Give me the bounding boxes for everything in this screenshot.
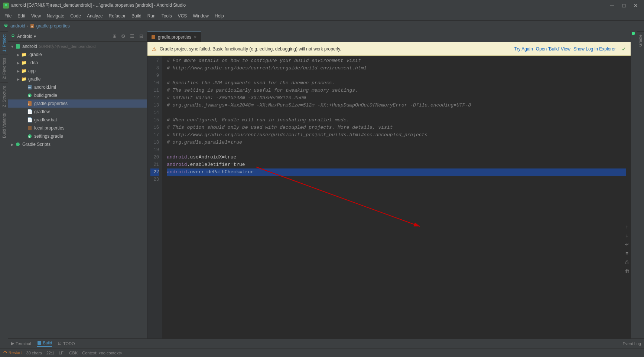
tab-favorites[interactable]: 2: Favorites: [0, 55, 8, 82]
tree-item-gradle-properties[interactable]: p gradle.properties: [8, 99, 147, 108]
svg-text:g: g: [31, 25, 33, 28]
tree-icon-gradle-folder: 📁: [21, 52, 27, 58]
svg-rect-11: [16, 44, 20, 49]
encoding[interactable]: GBK: [69, 351, 78, 355]
tab-project[interactable]: 1: Project: [0, 31, 8, 55]
warning-icon: ⚠: [152, 46, 157, 52]
tree-arrow-root: ▼: [10, 44, 15, 49]
svg-point-21: [16, 143, 20, 146]
tab-build-variants[interactable]: Build Variants: [0, 110, 8, 141]
todo-button[interactable]: ☑ TODO: [58, 341, 75, 346]
cursor-position[interactable]: 22:1: [46, 351, 54, 355]
event-log-label[interactable]: Event Log: [622, 341, 641, 346]
line-num-20: 20: [150, 154, 159, 161]
menu-navigate[interactable]: Navigate: [44, 13, 67, 19]
tree-item-gradle-scripts[interactable]: ▶ Gradle Scripts: [8, 140, 147, 148]
project-panel-header: Android ▾ ⊞ ⚙ ☰ ⊟: [8, 31, 147, 42]
breadcrumb-gradle-properties[interactable]: gradle.properties: [36, 23, 70, 29]
line-num-22: 22: [150, 168, 159, 176]
project-panel-title: Android ▾: [17, 34, 109, 39]
maximize-button[interactable]: □: [619, 2, 629, 9]
menu-help[interactable]: Help: [212, 13, 227, 19]
svg-text:iml: iml: [28, 86, 31, 89]
tab-structure[interactable]: Z: Structure: [0, 82, 8, 110]
menu-view[interactable]: View: [28, 13, 44, 19]
close-button[interactable]: ✕: [631, 2, 641, 9]
build-button[interactable]: Build: [37, 341, 52, 347]
menu-tools[interactable]: Tools: [159, 13, 175, 19]
statusbar: Restart 30 chars 22:1 LF: GBK Context: <…: [0, 348, 644, 357]
tree-item-gradle-dir[interactable]: ▶ 📁 .gradle: [8, 50, 147, 59]
menu-analyze[interactable]: Analyze: [84, 13, 106, 19]
line-ending[interactable]: LF:: [59, 351, 65, 355]
tree-label-gradle-properties: gradle.properties: [34, 101, 68, 106]
code-line-14: [167, 109, 626, 117]
tree-root[interactable]: ▼ android G:\RN练习\react_demo\android: [8, 42, 147, 50]
code-content[interactable]: # For more details on how to configure y…: [162, 56, 631, 348]
code-line-21: android.enableJetifier=true: [167, 161, 626, 168]
settings-icon[interactable]: ⚙: [120, 33, 127, 40]
tree-item-android-iml[interactable]: iml android.iml: [8, 83, 147, 91]
right-gutter: [631, 31, 636, 348]
line-num-23: 23: [150, 176, 159, 183]
tree-label-local-properties: local.properties: [34, 125, 64, 131]
line-num-19: 19: [150, 146, 159, 154]
right-gutter-indicator: [632, 32, 635, 35]
tree-icon-settings-gradle: g: [27, 133, 33, 139]
tree-label-gradlew: gradlew: [34, 109, 50, 114]
tab-gradle-properties[interactable]: gradle.properties ✕: [147, 32, 201, 42]
tree-icon-app: 📁: [21, 68, 27, 74]
tree-item-gradle-folder[interactable]: ▶ 📁 gradle: [8, 75, 147, 83]
menu-build[interactable]: Build: [129, 13, 144, 19]
menu-run[interactable]: Run: [144, 13, 159, 19]
line-num-12: 12: [150, 94, 159, 102]
window-title: android [G:\RN练习\react_demo\android] - .…: [11, 2, 607, 9]
tree-icon-idea: 📁: [21, 60, 27, 66]
tree-icon-gradle-properties: p: [27, 101, 33, 107]
svg-rect-22: [152, 35, 155, 39]
tree-label-idea: .idea: [28, 60, 38, 65]
show-log-link[interactable]: Show Log in Explorer: [573, 46, 616, 52]
bottom-right-tools: Event Log: [622, 341, 641, 346]
project-panel: Android ▾ ⊞ ⚙ ☰ ⊟ ▼ android G:\RN练习\reac…: [8, 31, 147, 348]
terminal-label: Terminal: [16, 341, 31, 346]
breadcrumb-android[interactable]: android: [10, 23, 25, 29]
open-build-view-link[interactable]: Open 'Build' View: [536, 46, 570, 52]
try-again-link[interactable]: Try Again: [514, 46, 533, 52]
line-num-8: 8: [150, 65, 159, 72]
menu-window[interactable]: Window: [190, 13, 212, 19]
menu-refactor[interactable]: Refactor: [106, 13, 129, 19]
gear-icon[interactable]: ☰: [129, 33, 136, 40]
tree-icon-root: [15, 43, 21, 49]
menu-edit[interactable]: Edit: [14, 13, 28, 19]
minimize-button[interactable]: ─: [607, 2, 617, 9]
tree-item-app[interactable]: ▶ 📁 app: [8, 67, 147, 75]
expand-all-icon[interactable]: ⊞: [111, 33, 118, 40]
code-line-8: # http://www.gradle.org/docs/current/use…: [167, 65, 626, 72]
menu-file[interactable]: File: [1, 13, 14, 19]
tree-item-settings-gradle[interactable]: g settings.gradle: [8, 132, 147, 140]
left-side-tabs: 1: Project 2: Favorites Z: Structure Bui…: [0, 31, 8, 348]
code-editor[interactable]: 7 8 9 10 11 12 13 14 15 16 17 18 19 20 2…: [147, 56, 631, 348]
code-line-12: # Default value: -Xmx10248m -XX:MaxPermS…: [167, 94, 626, 102]
dismiss-icon[interactable]: ✓: [622, 46, 626, 52]
tree-item-local-properties[interactable]: local.properties: [8, 124, 147, 132]
tree-item-gradlew[interactable]: 📄 gradlew: [8, 108, 147, 116]
line-numbers: 7 8 9 10 11 12 13 14 15 16 17 18 19 20 2…: [147, 56, 162, 348]
code-line-9: [167, 72, 626, 79]
tree-item-idea[interactable]: ▶ 📁 .idea: [8, 59, 147, 67]
build-tab-label: Build: [43, 341, 52, 345]
tab-close-icon[interactable]: ✕: [193, 35, 197, 40]
menu-code[interactable]: Code: [67, 13, 84, 19]
restart-button[interactable]: Restart: [3, 350, 22, 355]
menu-vcs[interactable]: VCS: [175, 13, 190, 19]
terminal-button[interactable]: ▶ Terminal: [11, 341, 31, 346]
tree-icon-gradle-folder2: 📁: [21, 76, 27, 82]
svg-text:g: g: [29, 94, 30, 97]
hide-icon[interactable]: ⊟: [137, 33, 145, 40]
tab-gradle[interactable]: Gradle: [637, 31, 644, 50]
app-icon: [3, 3, 9, 9]
tree-item-gradlew-bat[interactable]: 📄 gradlew.bat: [8, 116, 147, 124]
svg-rect-23: [38, 341, 41, 345]
tree-item-build-gradle[interactable]: g build.gradle: [8, 91, 147, 99]
